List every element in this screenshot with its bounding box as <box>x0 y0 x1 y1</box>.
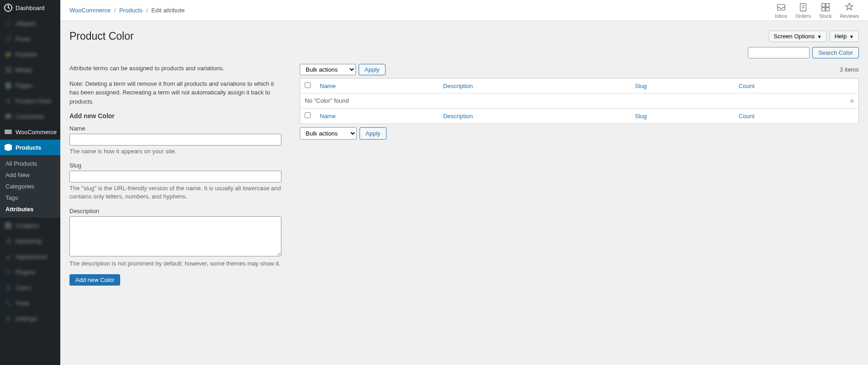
intro-note: Note: Deleting a term will remove it fro… <box>69 79 281 106</box>
dashboard-icon <box>4 3 13 12</box>
description-help: The description is not prominent by defa… <box>69 260 281 268</box>
col-description[interactable]: Description <box>443 83 473 89</box>
sidebar-item-blurred[interactable]: 🖼Media <box>0 62 60 78</box>
admin-sidebar: Dashboard ⬡Jetpack 📌Posts 📁Portfolio 🖼Me… <box>0 0 60 365</box>
apply-button-top[interactable]: Apply <box>359 64 386 75</box>
slug-label: Slug <box>69 162 281 169</box>
name-label: Name <box>69 125 281 132</box>
col-count-foot[interactable]: Count <box>739 113 755 120</box>
name-field[interactable] <box>69 134 281 146</box>
sidebar-label: WooCommerce <box>16 129 57 136</box>
sidebar-item-blurred[interactable]: 📣Marketing <box>0 233 60 249</box>
breadcrumb-current: Edit attribute <box>151 7 185 14</box>
stock-link[interactable]: Stock <box>819 2 832 19</box>
sidebar-item-blurred[interactable]: ⚙Settings <box>0 311 60 326</box>
apply-button-bottom[interactable]: Apply <box>360 127 386 140</box>
col-name-foot[interactable]: Name <box>320 113 336 120</box>
slug-help: The "slug" is the URL-friendly version o… <box>69 184 281 201</box>
breadcrumb-products[interactable]: Products <box>119 7 143 14</box>
sidebar-item-blurred[interactable]: 📄Pages <box>0 78 60 93</box>
sidebar-label: Dashboard <box>16 5 45 11</box>
svg-rect-4 <box>821 3 825 6</box>
sidebar-item-blurred[interactable]: 📌Posts <box>0 31 60 47</box>
col-slug[interactable]: Slug <box>635 83 647 89</box>
name-help: The name is how it appears on your site. <box>69 147 281 156</box>
sidebar-label: Products <box>16 144 41 151</box>
no-items-text: No "Color" found <box>305 97 349 104</box>
woo-icon <box>4 127 13 136</box>
sidebar-item-blurred[interactable]: 💬Comments <box>0 109 60 124</box>
sidebar-item-blurred[interactable]: 🔧Tools <box>0 295 60 311</box>
col-count[interactable]: Count <box>739 83 755 89</box>
sidebar-item-blurred[interactable]: 📁Portfolio <box>0 47 60 62</box>
sidebar-item-blurred[interactable]: 👤Users <box>0 280 60 295</box>
col-description-foot[interactable]: Description <box>443 113 473 120</box>
description-field[interactable] <box>69 216 281 256</box>
svg-rect-7 <box>826 7 829 10</box>
sidebar-item-dashboard[interactable]: Dashboard <box>0 0 60 16</box>
submenu-add-new[interactable]: Add New <box>0 169 60 181</box>
intro-text: Attribute terms can be assigned to produ… <box>69 64 281 73</box>
sidebar-item-blurred[interactable]: ⚡Product Feed <box>0 93 60 109</box>
add-new-color-button[interactable]: Add new Color <box>69 274 120 286</box>
sidebar-item-blurred[interactable]: 🔌Plugins <box>0 264 60 280</box>
add-term-form: Attribute terms can be assigned to produ… <box>69 64 281 286</box>
select-all-top[interactable] <box>305 82 311 88</box>
svg-rect-6 <box>821 7 825 10</box>
top-icon-label: Stock <box>819 13 832 19</box>
col-slug-foot[interactable]: Slug <box>635 113 647 120</box>
col-name[interactable]: Name <box>320 83 336 89</box>
form-heading: Add new Color <box>69 112 281 120</box>
submenu-attributes[interactable]: Attributes <box>0 203 60 215</box>
sidebar-item-blurred[interactable]: 📊Analytics <box>0 218 60 233</box>
topbar: WooCommerce / Products / Edit attribute … <box>60 0 868 21</box>
sidebar-item-blurred[interactable]: ⬡Jetpack <box>0 16 60 31</box>
sidebar-item-products[interactable]: Products <box>0 140 60 155</box>
select-all-bottom[interactable] <box>305 112 311 118</box>
reviews-link[interactable]: Reviews <box>840 2 859 19</box>
search-button[interactable]: Search Color <box>812 47 859 58</box>
top-icon-label: Inbox <box>775 13 787 19</box>
products-icon <box>4 143 13 152</box>
inbox-link[interactable]: Inbox <box>775 2 787 19</box>
submenu-categories[interactable]: Categories <box>0 181 60 192</box>
orders-link[interactable]: Orders <box>795 2 811 19</box>
drag-icon: ≡ <box>850 97 854 104</box>
page-title: Product Color <box>69 30 134 42</box>
sidebar-item-woocommerce[interactable]: WooCommerce <box>0 124 60 140</box>
submenu-all-products[interactable]: All Products <box>0 158 60 169</box>
terms-table: Name Description Slug Count No "Color" f… <box>300 78 859 124</box>
table-row-empty: No "Color" found≡ <box>300 94 859 109</box>
svg-rect-5 <box>826 3 829 6</box>
help-button[interactable]: Help ▼ <box>830 31 859 42</box>
products-submenu: All Products Add New Categories Tags Att… <box>0 155 60 218</box>
breadcrumb: WooCommerce / Products / Edit attribute <box>69 7 775 14</box>
sidebar-item-blurred[interactable]: 🖌Appearance <box>0 249 60 264</box>
description-label: Description <box>69 208 281 214</box>
breadcrumb-woocommerce[interactable]: WooCommerce <box>69 7 111 14</box>
bulk-actions-select-top[interactable]: Bulk actions <box>300 64 356 75</box>
svg-rect-1 <box>5 130 12 134</box>
search-input[interactable] <box>748 47 810 58</box>
top-icon-label: Reviews <box>840 13 859 19</box>
top-icon-label: Orders <box>795 13 811 19</box>
submenu-tags[interactable]: Tags <box>0 192 60 203</box>
screen-options-button[interactable]: Screen Options ▼ <box>769 31 827 42</box>
items-count: 3 items <box>840 66 859 73</box>
bulk-actions-select-bottom[interactable]: Bulk actions <box>300 127 357 140</box>
slug-field[interactable] <box>69 171 281 182</box>
